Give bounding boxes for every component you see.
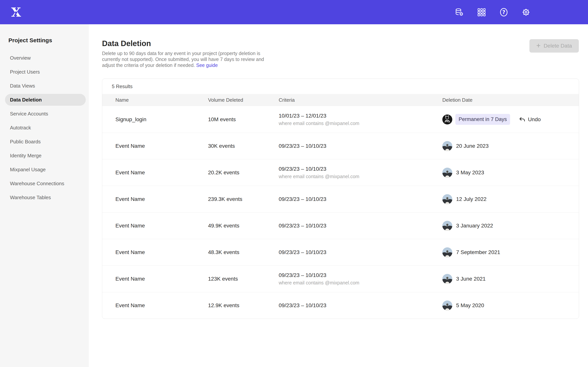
deletion-date-cell: 7 September 2021: [442, 247, 579, 257]
avatar: [442, 247, 452, 257]
avatar: [442, 221, 452, 231]
criteria-cell: 09/23/23 – 10/10/23: [279, 143, 442, 149]
deletion-date-cell: 12 July 2022: [442, 194, 579, 204]
volume-deleted: 12.9K events: [208, 302, 279, 309]
status-badge: Permanent in 7 Days: [455, 114, 510, 125]
sidebar-title: Project Settings: [9, 37, 89, 44]
table-row: Event Name 123K events 09/23/23 – 10/10/…: [102, 266, 579, 292]
deletion-date: 3 January 2022: [456, 223, 493, 229]
volume-deleted: 20.2K events: [208, 170, 279, 176]
deletion-date: 20 June 2023: [456, 143, 489, 149]
volume-deleted: 123K events: [208, 276, 279, 282]
event-name: Event Name: [115, 170, 208, 176]
volume-deleted: 10M events: [208, 117, 279, 123]
sidebar-item-warehouse-connections[interactable]: Warehouse Connections: [5, 178, 86, 189]
criteria-note: where email contains @mixpanel.com: [279, 174, 442, 179]
column-header-volume: Volume Deleted: [208, 97, 279, 103]
sidebar-item-warehouse-tables[interactable]: Warehouse Tables: [5, 192, 86, 203]
mixpanel-logo-icon[interactable]: X: [11, 7, 21, 17]
undo-button[interactable]: Undo: [519, 116, 541, 123]
criteria-cell: 09/23/23 – 10/10/23 where email contains…: [279, 166, 442, 179]
table-row: Event Name 48.3K events 09/23/23 – 10/10…: [102, 239, 579, 266]
event-name: Event Name: [115, 143, 208, 149]
table-row: Event Name 20.2K events 09/23/23 – 10/10…: [102, 159, 579, 186]
table-row: Signup_login 10M events 10/01/23 – 12/01…: [102, 106, 579, 133]
event-name: Event Name: [115, 302, 208, 309]
deletion-date-cell: 3 January 2022: [442, 221, 579, 231]
see-guide-link[interactable]: See guide: [196, 63, 218, 68]
sidebar-item-project-users[interactable]: Project Users: [5, 66, 86, 78]
page-title: Data Deletion: [102, 39, 264, 48]
table-row: Event Name 239.3K events 09/23/23 – 10/1…: [102, 186, 579, 212]
delete-data-button[interactable]: + Delete Data: [529, 39, 579, 53]
criteria-cell: 10/01/23 – 12/01/23 where email contains…: [279, 113, 442, 126]
event-name: Event Name: [115, 223, 208, 229]
sidebar-item-identity-merge[interactable]: Identity Merge: [5, 150, 86, 161]
column-header-criteria: Criteria: [279, 97, 442, 103]
avatar: [442, 115, 452, 125]
delete-data-button-label: Delete Data: [544, 43, 572, 49]
help-icon[interactable]: ?: [499, 8, 508, 17]
event-name: Event Name: [115, 196, 208, 202]
sidebar-item-data-deletion[interactable]: Data Deletion: [5, 94, 86, 106]
table-row: Event Name 30K events 09/23/23 – 10/10/2…: [102, 133, 579, 159]
page-header: Data Deletion Delete up to 90 days data …: [89, 24, 588, 68]
volume-deleted: 49.9K events: [208, 223, 279, 229]
deletion-date: 5 May 2020: [456, 302, 484, 309]
data-management-icon[interactable]: [455, 8, 464, 17]
avatar: [442, 141, 452, 151]
deletion-table-card: 5 Results Name Volume Deleted Criteria D…: [102, 79, 579, 319]
volume-deleted: 48.3K events: [208, 249, 279, 255]
main-content: Data Deletion Delete up to 90 days data …: [89, 24, 588, 367]
deletion-date-cell: 3 June 2021: [442, 274, 579, 284]
event-name: Event Name: [115, 249, 208, 255]
sidebar-item-service-accounts[interactable]: Service Accounts: [5, 108, 86, 120]
sidebar-item-autotrack[interactable]: Autotrack: [5, 122, 86, 133]
event-name: Event Name: [115, 276, 208, 282]
undo-icon: [519, 116, 525, 123]
table-row: Event Name 12.9K events 09/23/23 – 10/10…: [102, 292, 579, 319]
criteria-note: where email contains @mixpanel.com: [279, 280, 442, 286]
deletion-date-cell: Permanent in 7 Days Undo: [442, 114, 579, 125]
apps-grid-icon[interactable]: [477, 8, 486, 17]
sidebar-item-mixpanel-usage[interactable]: Mixpanel Usage: [5, 164, 86, 175]
avatar: [442, 300, 452, 310]
criteria-cell: 09/23/23 – 10/10/23: [279, 223, 442, 229]
column-header-deletion-date: Deletion Date: [442, 97, 579, 103]
svg-text:?: ?: [502, 9, 505, 15]
criteria-note: where email contains @mixpanel.com: [279, 121, 442, 126]
sidebar-item-data-views[interactable]: Data Views: [5, 80, 86, 92]
criteria-cell: 09/23/23 – 10/10/23: [279, 196, 442, 202]
topbar-icons: ?: [455, 8, 531, 17]
sidebar: Project Settings Overview Project Users …: [0, 24, 89, 367]
column-header-name: Name: [115, 97, 208, 103]
deletion-date: 3 May 2023: [456, 170, 484, 176]
results-count: 5 Results: [102, 79, 579, 94]
deletion-date: 7 September 2021: [456, 249, 500, 255]
deletion-date-cell: 20 June 2023: [442, 141, 579, 151]
criteria-cell: 09/23/23 – 10/10/23: [279, 302, 442, 309]
settings-gear-icon[interactable]: [521, 8, 531, 17]
criteria-cell: 09/23/23 – 10/10/23 where email contains…: [279, 272, 442, 286]
plus-icon: +: [536, 42, 541, 49]
deletion-date: 12 July 2022: [456, 196, 486, 202]
event-name: Signup_login: [115, 117, 208, 123]
avatar: [442, 274, 452, 284]
volume-deleted: 239.3K events: [208, 196, 279, 202]
topbar: X: [0, 0, 588, 24]
deletion-date-cell: 3 May 2023: [442, 168, 579, 178]
volume-deleted: 30K events: [208, 143, 279, 149]
sidebar-nav: Overview Project Users Data Views Data D…: [0, 52, 89, 203]
sidebar-item-public-boards[interactable]: Public Boards: [5, 136, 86, 148]
avatar: [442, 168, 452, 178]
criteria-cell: 09/23/23 – 10/10/23: [279, 249, 442, 255]
table-header-row: Name Volume Deleted Criteria Deletion Da…: [102, 94, 579, 106]
deletion-date-cell: 5 May 2020: [442, 300, 579, 310]
table-row: Event Name 49.9K events 09/23/23 – 10/10…: [102, 212, 579, 239]
sidebar-item-overview[interactable]: Overview: [5, 52, 86, 64]
undo-label: Undo: [528, 117, 541, 123]
deletion-date: 3 June 2021: [456, 276, 486, 282]
avatar: [442, 194, 452, 204]
page-description: Delete up to 90 days data for any event …: [102, 50, 264, 68]
